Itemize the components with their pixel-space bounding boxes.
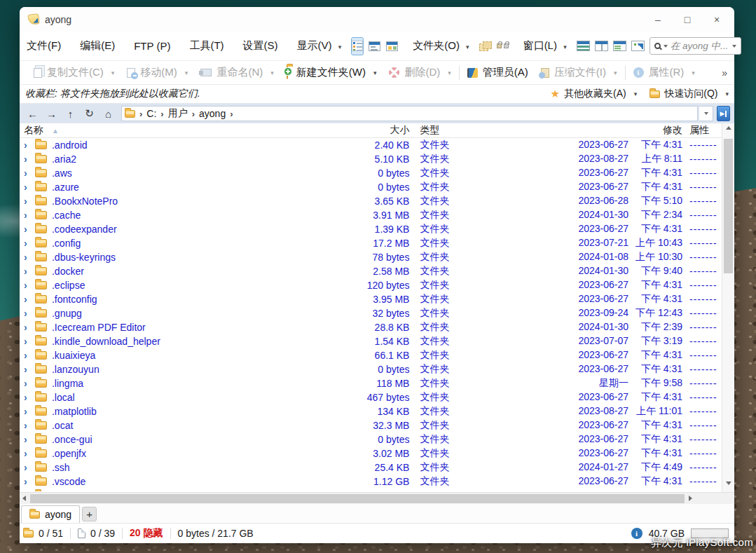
chevron-down-icon[interactable]: ▾	[185, 69, 188, 76]
vertical-scrollbar-thumb[interactable]	[724, 139, 733, 273]
column-size[interactable]: 大小	[329, 124, 410, 137]
admin-button[interactable]: 管理员(A)	[461, 61, 535, 84]
expand-chevron-icon[interactable]: ›	[24, 336, 35, 347]
file-name[interactable]: .once-gui	[52, 434, 329, 445]
expand-chevron-icon[interactable]: ›	[24, 350, 35, 361]
lock-folders-button[interactable]	[497, 38, 509, 55]
chevron-down-icon[interactable]: ▾	[725, 90, 729, 97]
file-row[interactable]: › .config 17.2 MB 文件夹 2023-07-21上午 10:43…	[20, 236, 722, 250]
quick-access-button[interactable]: 快速访问(Q) ▾	[650, 88, 729, 100]
layout-vertical-button[interactable]	[595, 38, 608, 55]
rename-button[interactable]: 重命名(N) ▾	[194, 61, 280, 84]
breadcrumb-drive[interactable]: C:	[146, 108, 156, 119]
other-favorites-button[interactable]: 其他收藏夹(A)	[564, 88, 626, 100]
expand-chevron-icon[interactable]: ›	[24, 210, 35, 221]
forward-button[interactable]: →	[43, 105, 60, 122]
file-row[interactable]: › .eclipse 120 bytes 文件夹 2023-06-27下午 4:…	[20, 278, 722, 292]
file-row[interactable]: › .docker 2.58 MB 文件夹 2024-01-30下午 9:40 …	[20, 264, 722, 278]
chevron-down-icon[interactable]: ▾	[373, 69, 377, 76]
menu-edit[interactable]: 编辑(E)	[80, 39, 115, 53]
expand-chevron-icon[interactable]: ›	[24, 476, 35, 487]
layout-list-button[interactable]	[613, 38, 626, 55]
menu-file[interactable]: 文件(F)	[27, 39, 61, 53]
move-button[interactable]: 移动(M) ▾	[121, 61, 194, 84]
column-modified[interactable]: 修改	[472, 124, 682, 137]
horizontal-scrollbar[interactable]	[20, 492, 734, 504]
file-name[interactable]: .kindle_download_helper	[52, 336, 329, 347]
file-name[interactable]: .codeexpander	[52, 224, 329, 235]
file-name[interactable]: .BookxNotePro	[52, 196, 329, 207]
chevron-down-icon[interactable]: ▾	[448, 69, 451, 76]
scroll-left-button[interactable]	[22, 496, 26, 501]
file-row[interactable]: › .aws 0 bytes 文件夹 2023-06-27下午 4:31 ---…	[20, 166, 722, 180]
expand-chevron-icon[interactable]: ›	[24, 224, 35, 235]
copy-files-button[interactable]: 复制文件(C) ▾	[25, 61, 121, 84]
expand-chevron-icon[interactable]: ›	[24, 364, 35, 375]
expand-chevron-icon[interactable]: ›	[24, 322, 35, 333]
file-row[interactable]: › .gnupg 32 bytes 文件夹 2023-09-24下午 12:43…	[20, 306, 722, 320]
file-name[interactable]: .eclipse	[52, 280, 329, 291]
expand-chevron-icon[interactable]: ›	[24, 153, 35, 165]
search-filter-chevron-icon[interactable]	[664, 45, 668, 48]
address-dropdown-button[interactable]	[699, 106, 713, 121]
info-icon[interactable]: i	[631, 528, 642, 539]
file-name[interactable]: .config	[52, 238, 329, 249]
menu-tools[interactable]: 工具(T)	[189, 39, 224, 53]
go-button[interactable]: ▶	[717, 106, 730, 121]
file-name[interactable]: .aria2	[52, 153, 329, 165]
refresh-button[interactable]: ↻	[81, 105, 98, 122]
file-row[interactable]: › .openjfx 3.02 MB 文件夹 2023-06-27下午 4:31…	[20, 446, 722, 460]
column-type[interactable]: 类型	[420, 124, 472, 137]
menu-view[interactable]: 显示(V) ▾	[297, 39, 342, 53]
file-name[interactable]: .openjfx	[52, 448, 329, 459]
file-row[interactable]: › .cache 3.91 MB 文件夹 2024-01-30下午 2:34 -…	[20, 208, 722, 222]
file-name[interactable]: .ocat	[52, 420, 329, 431]
file-row[interactable]: › .kuaixieya 66.1 KB 文件夹 2023-06-27下午 4:…	[20, 348, 722, 362]
expand-chevron-icon[interactable]: ›	[24, 294, 35, 305]
breadcrumb-users[interactable]: 用户	[168, 107, 188, 120]
file-name[interactable]: .android	[52, 139, 329, 151]
file-name[interactable]: .matplotlib	[52, 406, 329, 417]
file-row[interactable]: › .Icecream PDF Editor 28.8 KB 文件夹 2024-…	[20, 320, 722, 334]
menu-folder[interactable]: 文件夹(O) ▾	[413, 39, 469, 53]
menu-window[interactable]: 窗口(L) ▾	[523, 39, 567, 53]
title-bar[interactable]: ayong – □ ×	[20, 7, 734, 32]
expand-chevron-icon[interactable]: ›	[24, 182, 35, 193]
file-row[interactable]: › .ocat 32.3 MB 文件夹 2023-06-27下午 4:31 --…	[20, 418, 722, 432]
file-row[interactable]: › .ssh 25.4 KB 文件夹 2024-01-27下午 4:49 ---…	[20, 460, 722, 475]
file-name[interactable]: .azure	[52, 182, 329, 193]
view-list-button[interactable]	[368, 37, 381, 55]
file-row[interactable]: › .vscode 1.12 GB 文件夹 2023-06-27下午 4:31 …	[20, 475, 722, 489]
file-row[interactable]: › .dbus-keyrings 78 bytes 文件夹 2024-01-08…	[20, 250, 722, 264]
folder-pair-button[interactable]	[479, 38, 492, 55]
chevron-down-icon[interactable]: ▾	[111, 69, 115, 76]
file-name[interactable]: .kuaixieya	[52, 350, 329, 361]
horizontal-scrollbar-thumb[interactable]	[30, 494, 685, 503]
close-button[interactable]: ×	[702, 9, 731, 30]
search-expand-chevron-icon[interactable]	[732, 45, 736, 48]
file-row[interactable]: › .matplotlib 134 KB 文件夹 2023-08-27上午 11…	[20, 404, 722, 418]
file-row[interactable]: › .aria2 5.10 KB 文件夹 2023-08-27上午 8:11 -…	[20, 152, 722, 166]
file-name[interactable]: .local	[52, 392, 329, 403]
file-row[interactable]: › .codeexpander 1.39 KB 文件夹 2023-06-27下午…	[20, 222, 722, 236]
file-name[interactable]: .vscode	[52, 476, 329, 487]
expand-chevron-icon[interactable]: ›	[24, 266, 35, 277]
new-tab-button[interactable]: +	[82, 507, 97, 521]
expand-chevron-icon[interactable]: ›	[24, 434, 35, 445]
file-row[interactable]: › .BookxNotePro 3.65 KB 文件夹 2023-06-28下午…	[20, 194, 722, 208]
column-attributes[interactable]: 属性	[689, 124, 722, 137]
expand-chevron-icon[interactable]: ›	[24, 168, 35, 179]
expand-chevron-icon[interactable]: ›	[24, 238, 35, 249]
delete-button[interactable]: 删除(D) ▾	[383, 61, 457, 84]
view-details-button[interactable]	[351, 37, 364, 55]
file-row[interactable]: › .local 467 bytes 文件夹 2023-06-27下午 4:31…	[20, 390, 722, 404]
search-box[interactable]	[650, 37, 741, 55]
expand-chevron-icon[interactable]: ›	[24, 448, 35, 459]
file-name[interactable]: .cache	[52, 210, 329, 221]
file-name[interactable]: .lingma	[52, 378, 329, 389]
layout-preview-button[interactable]	[631, 38, 645, 55]
file-name[interactable]: .fontconfig	[52, 294, 329, 305]
scroll-right-button[interactable]	[689, 496, 692, 501]
file-row[interactable]: › .lingma 118 MB 文件夹 星期一下午 9:58 -------	[20, 376, 722, 390]
expand-chevron-icon[interactable]: ›	[24, 139, 35, 151]
